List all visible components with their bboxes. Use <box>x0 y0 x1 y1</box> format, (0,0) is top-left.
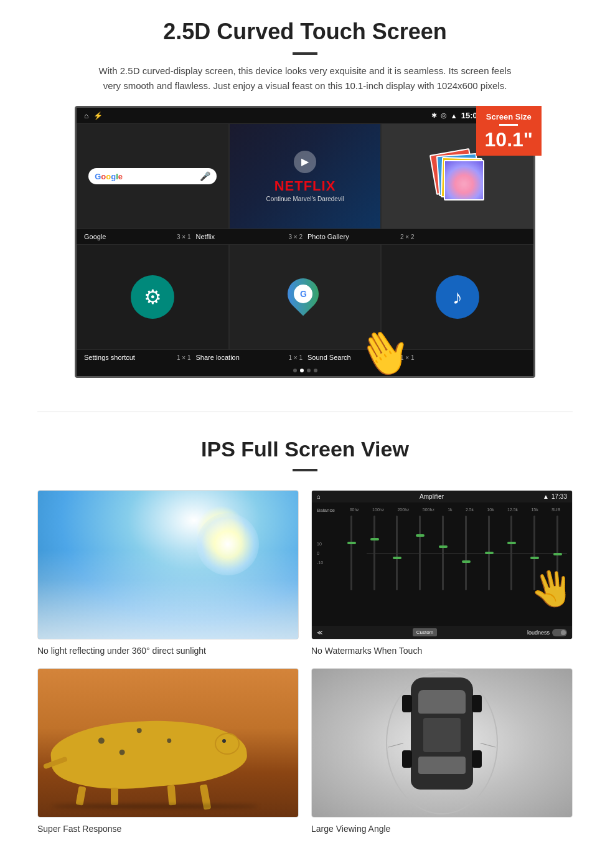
spot-1 <box>98 738 105 745</box>
freq-1k: 1k <box>448 507 452 513</box>
amp-balance-label: Balance <box>317 507 342 513</box>
photogallery-app-name: Photo Gallery <box>307 233 349 240</box>
leg-1 <box>75 786 86 806</box>
android-screen: ⌂ ⚡ ✱ ◎ ▲ 15:06 📷 🔊 ✕ ▭ <box>75 106 535 378</box>
car-top-view <box>401 677 482 808</box>
amplifier-image: ⌂ Amplifier ▲ 17:33 Balance 60hz 100hz <box>311 490 573 639</box>
freq-12-5k: 12.5k <box>507 507 518 513</box>
share-app-size: 1 × 1 <box>288 354 303 361</box>
viewing-label: Large Viewing Angle <box>311 824 573 834</box>
section1-title: 2.5D Curved Touch Screen <box>37 19 573 45</box>
side-label-0: 0 <box>317 551 319 555</box>
freq-500hz: 500hz <box>423 507 434 513</box>
section2-underline <box>293 469 317 471</box>
netflix-label: Netflix 3 × 2 <box>194 232 306 242</box>
eq-slider-5 <box>442 516 444 590</box>
settings-app-cell[interactable]: ⚙ <box>77 244 229 350</box>
settings-app-name: Settings shortcut <box>84 354 135 361</box>
wifi-icon: ▲ <box>451 112 458 120</box>
freq-sub: SUB <box>551 507 560 513</box>
amp-wifi: ▲ <box>543 493 549 500</box>
dot-4 <box>314 369 317 372</box>
car-body <box>411 677 473 790</box>
amp-header: ⌂ Amplifier ▲ 17:33 <box>312 491 572 502</box>
photogallery-label: Photo Gallery 2 × 2 <box>305 232 417 242</box>
google-app-cell[interactable]: Google 🎤 <box>77 123 229 229</box>
feature-watermarks: ⌂ Amplifier ▲ 17:33 Balance 60hz 100hz <box>311 490 573 656</box>
flower-image <box>445 161 483 199</box>
spot-2 <box>136 728 142 734</box>
feature-sunlight: No light reflecting under 360° direct su… <box>37 490 299 656</box>
google-app-name: Google <box>84 233 106 240</box>
share-label: Share location 1 × 1 <box>194 352 306 362</box>
amp-prev-icon: ≪ <box>317 630 322 636</box>
settings-app-size: 1 × 1 <box>177 354 191 361</box>
google-logo: Google <box>95 172 123 181</box>
settings-icon: ⚙ <box>131 275 174 319</box>
dot-1 <box>293 369 297 372</box>
share-location-cell[interactable]: G 🤚 <box>229 244 382 350</box>
photo-stack <box>433 151 482 201</box>
mic-icon: 🎤 <box>200 171 210 181</box>
badge-bar <box>499 124 518 126</box>
amp-loudness-wrapper: loudness <box>527 629 567 636</box>
spot-3 <box>119 749 125 755</box>
eq-tracks: 🖐 <box>342 516 567 590</box>
eq-side-labels: 10 0 -10 <box>317 542 342 565</box>
freq-15k: 15k <box>531 507 538 513</box>
home-icon: ⌂ <box>84 111 88 120</box>
page-indicator-dots <box>77 365 533 376</box>
amp-footer: ≪ Custom loudness <box>312 626 572 639</box>
freq-100hz: 100hz <box>372 507 384 513</box>
freq-2-5k: 2.5k <box>466 507 474 513</box>
eq-slider-3 <box>396 516 398 590</box>
google-label: Google 3 × 1 <box>82 232 194 242</box>
netflix-logo: NETFLIX <box>274 178 336 194</box>
empty-label2 <box>417 352 529 362</box>
hand-on-screen: 🖐 <box>527 565 573 613</box>
device-container: Screen Size 10.1" ⌂ ⚡ ✱ ◎ ▲ 15:06 📷 🔊 <box>75 106 535 378</box>
gps-icon: ◎ <box>441 111 447 120</box>
car-roof <box>423 718 461 752</box>
app-labels-row1: Google 3 × 1 Netflix 3 × 2 Photo Gallery… <box>77 229 533 244</box>
settings-label: Settings shortcut 1 × 1 <box>82 352 194 362</box>
sound-app-name: Sound Search <box>307 354 351 361</box>
amp-loudness-label: loudness <box>527 630 550 636</box>
usb-icon: ⚡ <box>93 111 103 120</box>
amp-home-icon: ⌂ <box>317 493 321 500</box>
amp-status-icons: ▲ 17:33 <box>543 493 567 500</box>
section1-description: With 2.5D curved-display screen, this de… <box>93 64 517 93</box>
eq-slider-7 <box>488 516 490 590</box>
bluetooth-icon: ✱ <box>431 111 437 120</box>
netflix-app-cell[interactable]: ▶ NETFLIX Continue Marvel's Daredevil <box>229 123 382 229</box>
eq-slider-4 <box>419 516 421 590</box>
amp-content: Balance 60hz 100hz 200hz 500hz 1k 2.5k 1… <box>312 502 572 626</box>
screen-size-label: Screen Size <box>485 112 533 121</box>
watermarks-label: No Watermarks When Touch <box>311 646 573 656</box>
app-grid-row1: Google 🎤 ▶ NETFLIX Continue Marvel's Dar… <box>77 123 533 229</box>
amp-loudness-toggle <box>552 629 567 636</box>
status-bar: ⌂ ⚡ ✱ ◎ ▲ 15:06 📷 🔊 ✕ ▭ <box>77 108 533 123</box>
status-left-icons: ⌂ ⚡ <box>84 111 103 120</box>
section2-title: IPS Full Screen View <box>37 437 573 461</box>
wheel-rear-right <box>472 750 482 768</box>
cheetah-visual <box>38 669 298 817</box>
screen-size-value: 10.1" <box>485 128 533 151</box>
leg-3 <box>167 785 177 806</box>
title-underline <box>293 52 317 55</box>
eq-slider-6 <box>465 516 467 590</box>
amp-time: 17:33 <box>551 493 567 500</box>
google-search-bar[interactable]: Google 🎤 <box>88 168 217 184</box>
netflix-subtitle: Continue Marvel's Daredevil <box>266 196 344 202</box>
feature-response: Super Fast Response <box>37 668 299 834</box>
eq-slider-2 <box>373 516 375 590</box>
freq-10k: 10k <box>487 507 494 513</box>
car-rear-window <box>418 757 466 774</box>
eq-slider-8 <box>510 516 512 590</box>
dot-2 <box>300 369 304 372</box>
play-button[interactable]: ▶ <box>294 151 316 173</box>
eq-sliders: 10 0 -10 <box>317 516 567 590</box>
car-windshield <box>418 690 466 714</box>
freq-60hz: 60hz <box>350 507 359 513</box>
side-label-n10: -10 <box>317 560 323 565</box>
